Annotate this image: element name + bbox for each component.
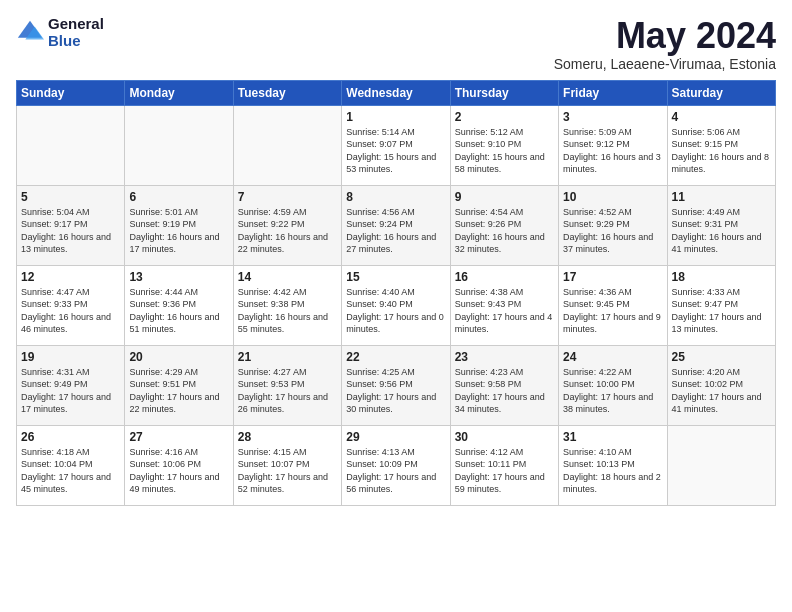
calendar-week-3: 12Sunrise: 4:47 AM Sunset: 9:33 PM Dayli… xyxy=(17,265,776,345)
calendar-cell-w5-d2: 27Sunrise: 4:16 AM Sunset: 10:06 PM Dayl… xyxy=(125,425,233,505)
day-info: Sunrise: 4:23 AM Sunset: 9:58 PM Dayligh… xyxy=(455,366,554,416)
calendar-cell-w5-d7 xyxy=(667,425,775,505)
calendar-cell-w3-d6: 17Sunrise: 4:36 AM Sunset: 9:45 PM Dayli… xyxy=(559,265,667,345)
day-info: Sunrise: 4:49 AM Sunset: 9:31 PM Dayligh… xyxy=(672,206,771,256)
calendar-cell-w1-d7: 4Sunrise: 5:06 AM Sunset: 9:15 PM Daylig… xyxy=(667,105,775,185)
calendar-cell-w2-d2: 6Sunrise: 5:01 AM Sunset: 9:19 PM Daylig… xyxy=(125,185,233,265)
location-subtitle: Someru, Laeaene-Virumaa, Estonia xyxy=(554,56,776,72)
calendar-cell-w2-d4: 8Sunrise: 4:56 AM Sunset: 9:24 PM Daylig… xyxy=(342,185,450,265)
header-thursday: Thursday xyxy=(450,80,558,105)
logo-icon xyxy=(16,19,44,47)
day-info: Sunrise: 4:36 AM Sunset: 9:45 PM Dayligh… xyxy=(563,286,662,336)
calendar-cell-w4-d2: 20Sunrise: 4:29 AM Sunset: 9:51 PM Dayli… xyxy=(125,345,233,425)
day-number: 1 xyxy=(346,110,445,124)
calendar-cell-w1-d4: 1Sunrise: 5:14 AM Sunset: 9:07 PM Daylig… xyxy=(342,105,450,185)
day-number: 29 xyxy=(346,430,445,444)
day-number: 21 xyxy=(238,350,337,364)
calendar-cell-w1-d1 xyxy=(17,105,125,185)
day-number: 4 xyxy=(672,110,771,124)
calendar-week-4: 19Sunrise: 4:31 AM Sunset: 9:49 PM Dayli… xyxy=(17,345,776,425)
day-info: Sunrise: 4:27 AM Sunset: 9:53 PM Dayligh… xyxy=(238,366,337,416)
day-number: 8 xyxy=(346,190,445,204)
day-info: Sunrise: 4:40 AM Sunset: 9:40 PM Dayligh… xyxy=(346,286,445,336)
day-info: Sunrise: 4:10 AM Sunset: 10:13 PM Daylig… xyxy=(563,446,662,496)
calendar-cell-w1-d3 xyxy=(233,105,341,185)
calendar-cell-w4-d7: 25Sunrise: 4:20 AM Sunset: 10:02 PM Dayl… xyxy=(667,345,775,425)
day-info: Sunrise: 4:59 AM Sunset: 9:22 PM Dayligh… xyxy=(238,206,337,256)
calendar-cell-w5-d5: 30Sunrise: 4:12 AM Sunset: 10:11 PM Dayl… xyxy=(450,425,558,505)
calendar-cell-w1-d2 xyxy=(125,105,233,185)
day-number: 24 xyxy=(563,350,662,364)
logo-general-label: General xyxy=(48,16,104,33)
day-number: 30 xyxy=(455,430,554,444)
header-tuesday: Tuesday xyxy=(233,80,341,105)
calendar-cell-w3-d1: 12Sunrise: 4:47 AM Sunset: 9:33 PM Dayli… xyxy=(17,265,125,345)
calendar-cell-w5-d1: 26Sunrise: 4:18 AM Sunset: 10:04 PM Dayl… xyxy=(17,425,125,505)
day-number: 6 xyxy=(129,190,228,204)
day-info: Sunrise: 5:14 AM Sunset: 9:07 PM Dayligh… xyxy=(346,126,445,176)
day-info: Sunrise: 4:47 AM Sunset: 9:33 PM Dayligh… xyxy=(21,286,120,336)
day-info: Sunrise: 4:22 AM Sunset: 10:00 PM Daylig… xyxy=(563,366,662,416)
calendar-cell-w2-d5: 9Sunrise: 4:54 AM Sunset: 9:26 PM Daylig… xyxy=(450,185,558,265)
day-number: 18 xyxy=(672,270,771,284)
day-info: Sunrise: 4:29 AM Sunset: 9:51 PM Dayligh… xyxy=(129,366,228,416)
day-info: Sunrise: 4:16 AM Sunset: 10:06 PM Daylig… xyxy=(129,446,228,496)
day-info: Sunrise: 5:06 AM Sunset: 9:15 PM Dayligh… xyxy=(672,126,771,176)
day-number: 7 xyxy=(238,190,337,204)
day-number: 17 xyxy=(563,270,662,284)
day-info: Sunrise: 5:09 AM Sunset: 9:12 PM Dayligh… xyxy=(563,126,662,176)
calendar-cell-w2-d6: 10Sunrise: 4:52 AM Sunset: 9:29 PM Dayli… xyxy=(559,185,667,265)
calendar-cell-w3-d2: 13Sunrise: 4:44 AM Sunset: 9:36 PM Dayli… xyxy=(125,265,233,345)
day-number: 5 xyxy=(21,190,120,204)
calendar-cell-w3-d3: 14Sunrise: 4:42 AM Sunset: 9:38 PM Dayli… xyxy=(233,265,341,345)
day-number: 23 xyxy=(455,350,554,364)
header: General Blue May 2024 Someru, Laeaene-Vi… xyxy=(16,16,776,72)
calendar-header-row: Sunday Monday Tuesday Wednesday Thursday… xyxy=(17,80,776,105)
day-number: 22 xyxy=(346,350,445,364)
day-number: 20 xyxy=(129,350,228,364)
header-wednesday: Wednesday xyxy=(342,80,450,105)
day-info: Sunrise: 5:04 AM Sunset: 9:17 PM Dayligh… xyxy=(21,206,120,256)
title-block: May 2024 Someru, Laeaene-Virumaa, Estoni… xyxy=(554,16,776,72)
day-info: Sunrise: 4:25 AM Sunset: 9:56 PM Dayligh… xyxy=(346,366,445,416)
day-number: 19 xyxy=(21,350,120,364)
calendar-cell-w5-d6: 31Sunrise: 4:10 AM Sunset: 10:13 PM Dayl… xyxy=(559,425,667,505)
day-info: Sunrise: 4:13 AM Sunset: 10:09 PM Daylig… xyxy=(346,446,445,496)
day-number: 14 xyxy=(238,270,337,284)
header-friday: Friday xyxy=(559,80,667,105)
calendar-cell-w3-d4: 15Sunrise: 4:40 AM Sunset: 9:40 PM Dayli… xyxy=(342,265,450,345)
day-number: 12 xyxy=(21,270,120,284)
day-info: Sunrise: 4:12 AM Sunset: 10:11 PM Daylig… xyxy=(455,446,554,496)
day-number: 2 xyxy=(455,110,554,124)
header-monday: Monday xyxy=(125,80,233,105)
day-info: Sunrise: 4:42 AM Sunset: 9:38 PM Dayligh… xyxy=(238,286,337,336)
calendar-cell-w1-d5: 2Sunrise: 5:12 AM Sunset: 9:10 PM Daylig… xyxy=(450,105,558,185)
day-info: Sunrise: 4:33 AM Sunset: 9:47 PM Dayligh… xyxy=(672,286,771,336)
calendar-cell-w4-d4: 22Sunrise: 4:25 AM Sunset: 9:56 PM Dayli… xyxy=(342,345,450,425)
calendar-cell-w3-d7: 18Sunrise: 4:33 AM Sunset: 9:47 PM Dayli… xyxy=(667,265,775,345)
calendar-table: Sunday Monday Tuesday Wednesday Thursday… xyxy=(16,80,776,506)
day-info: Sunrise: 4:20 AM Sunset: 10:02 PM Daylig… xyxy=(672,366,771,416)
day-number: 9 xyxy=(455,190,554,204)
day-number: 3 xyxy=(563,110,662,124)
calendar-week-5: 26Sunrise: 4:18 AM Sunset: 10:04 PM Dayl… xyxy=(17,425,776,505)
day-info: Sunrise: 5:12 AM Sunset: 9:10 PM Dayligh… xyxy=(455,126,554,176)
logo-text: General Blue xyxy=(48,16,104,49)
day-number: 10 xyxy=(563,190,662,204)
calendar-cell-w4-d5: 23Sunrise: 4:23 AM Sunset: 9:58 PM Dayli… xyxy=(450,345,558,425)
calendar-week-1: 1Sunrise: 5:14 AM Sunset: 9:07 PM Daylig… xyxy=(17,105,776,185)
day-info: Sunrise: 4:52 AM Sunset: 9:29 PM Dayligh… xyxy=(563,206,662,256)
day-number: 13 xyxy=(129,270,228,284)
calendar-cell-w3-d5: 16Sunrise: 4:38 AM Sunset: 9:43 PM Dayli… xyxy=(450,265,558,345)
calendar-cell-w4-d3: 21Sunrise: 4:27 AM Sunset: 9:53 PM Dayli… xyxy=(233,345,341,425)
calendar-cell-w2-d7: 11Sunrise: 4:49 AM Sunset: 9:31 PM Dayli… xyxy=(667,185,775,265)
day-info: Sunrise: 4:31 AM Sunset: 9:49 PM Dayligh… xyxy=(21,366,120,416)
calendar-cell-w4-d6: 24Sunrise: 4:22 AM Sunset: 10:00 PM Dayl… xyxy=(559,345,667,425)
logo-blue-label: Blue xyxy=(48,33,104,50)
calendar-cell-w5-d3: 28Sunrise: 4:15 AM Sunset: 10:07 PM Dayl… xyxy=(233,425,341,505)
logo: General Blue xyxy=(16,16,104,49)
day-number: 11 xyxy=(672,190,771,204)
day-number: 31 xyxy=(563,430,662,444)
day-info: Sunrise: 5:01 AM Sunset: 9:19 PM Dayligh… xyxy=(129,206,228,256)
calendar-cell-w4-d1: 19Sunrise: 4:31 AM Sunset: 9:49 PM Dayli… xyxy=(17,345,125,425)
